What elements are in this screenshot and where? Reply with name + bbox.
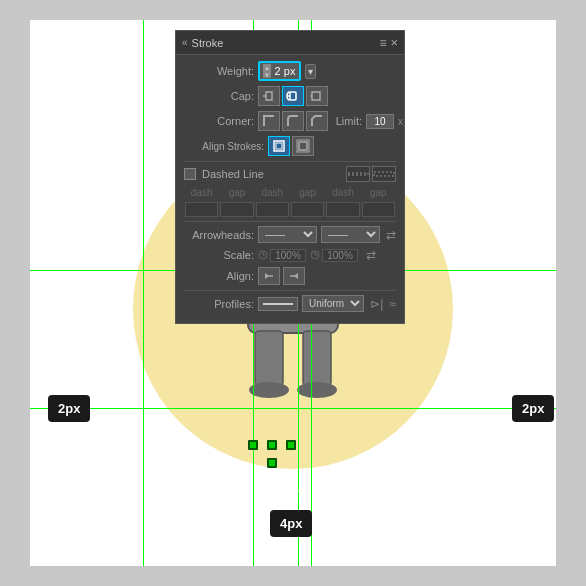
gap-input-3[interactable] (362, 202, 395, 217)
scale-label: Scale: (184, 249, 254, 261)
arrowhead-start-select[interactable]: —— (258, 226, 317, 243)
profiles-label: Profiles: (184, 298, 254, 310)
dash-label-1: dash (184, 187, 219, 198)
badge-right: 2px (512, 395, 554, 422)
gap-label-3: gap (361, 187, 396, 198)
scale-input-1[interactable] (270, 249, 306, 262)
panel-title: Stroke (192, 37, 224, 49)
gap-input-2[interactable] (291, 202, 324, 217)
divider-1 (184, 161, 396, 162)
weight-increment[interactable]: ▲ (263, 64, 271, 71)
bottom-arrow-left[interactable]: ↔ (240, 482, 254, 498)
align2-label: Align: (184, 270, 254, 282)
align2-right-btn[interactable] (283, 267, 305, 285)
svg-marker-29 (294, 273, 298, 279)
cap-row: Cap: (184, 86, 396, 106)
scale-input-2[interactable] (322, 249, 358, 262)
panel-menu-btn[interactable]: ≡ (379, 36, 386, 50)
align-outside-btn[interactable] (292, 136, 314, 156)
node-handle-2[interactable] (267, 440, 277, 450)
arrowhead-end-select[interactable]: —— (321, 226, 380, 243)
svg-rect-12 (266, 92, 272, 100)
svg-rect-7 (303, 331, 331, 386)
svg-rect-20 (299, 142, 307, 150)
align2-left-btn[interactable] (258, 267, 280, 285)
profile-line-display (258, 297, 298, 311)
dashed-checkbox[interactable] (184, 168, 196, 180)
profiles-row: Profiles: Uniform ⊳| ≈ (184, 295, 396, 312)
weight-row: Weight: ▲ ▼ 2 px ▾ (184, 61, 396, 81)
gap-label-2: gap (290, 187, 325, 198)
badge-bottom: 4px (270, 510, 312, 537)
svg-rect-16 (312, 92, 320, 100)
dash-pattern-2[interactable] (372, 166, 396, 182)
arrowheads-row: Arrowheads: —— —— ⇄ (184, 226, 396, 243)
panel-titlebar: « Stroke ≡ × (176, 31, 404, 55)
corner-btn-group (258, 111, 328, 131)
cap-butt-btn[interactable] (258, 86, 280, 106)
panel-close-btn[interactable]: × (390, 35, 398, 50)
corner-row: Corner: Limit: x (184, 111, 396, 131)
limit-x: x (398, 116, 403, 127)
dash-input-2[interactable] (256, 202, 289, 217)
corner-bevel-btn[interactable] (306, 111, 328, 131)
guide-h2 (30, 408, 556, 409)
weight-value: 2 px (274, 65, 296, 77)
limit-input[interactable] (366, 114, 394, 129)
profile-line-icon (263, 299, 293, 309)
cap-btn-group (258, 86, 328, 106)
node-handle-1[interactable] (248, 440, 258, 450)
svg-point-8 (249, 382, 289, 398)
svg-rect-23 (374, 172, 394, 176)
stroke-panel: « Stroke ≡ × Weight: ▲ ▼ 2 px ▾ Cap: (175, 30, 405, 324)
scale-spinner-2-icon (310, 250, 320, 260)
cap-round-btn[interactable] (282, 86, 304, 106)
node-handle-4[interactable] (267, 458, 277, 468)
cap-projecting-btn[interactable] (306, 86, 328, 106)
profile-select[interactable]: Uniform (302, 295, 364, 312)
bottom-arrow-right[interactable]: ↔ (288, 482, 302, 498)
dash-input-1[interactable] (185, 202, 218, 217)
svg-rect-22 (348, 173, 368, 175)
align2-row: Align: (184, 267, 396, 285)
dashed-label: Dashed Line (202, 168, 264, 180)
dashed-line-row: Dashed Line (184, 166, 396, 182)
svg-point-9 (297, 382, 337, 398)
guide-v1 (143, 20, 144, 566)
cap-label: Cap: (184, 90, 254, 102)
svg-marker-27 (265, 273, 269, 279)
weight-spinners: ▲ ▼ (263, 64, 271, 78)
dash-label-2: dash (255, 187, 290, 198)
node-handle-3[interactable] (286, 440, 296, 450)
profile-flip-v-btn[interactable]: ⊳| (370, 297, 383, 311)
corner-label: Corner: (184, 115, 254, 127)
weight-input-group: ▲ ▼ 2 px (258, 61, 301, 81)
limit-label: Limit: (332, 115, 362, 127)
profile-flip-h-btn[interactable]: ≈ (389, 297, 396, 311)
panel-collapse-btn[interactable]: « (182, 37, 188, 48)
dash-pattern-1[interactable] (346, 166, 370, 182)
divider-2 (184, 221, 396, 222)
svg-rect-14 (290, 92, 296, 100)
dash-input-3[interactable] (326, 202, 359, 217)
scale-link-btn[interactable]: ⇄ (366, 248, 376, 262)
dash-label-3: dash (325, 187, 360, 198)
badge-left: 2px (48, 395, 90, 422)
weight-dropdown[interactable]: ▾ (305, 64, 316, 79)
scale-spinner-1-icon (258, 250, 268, 260)
swap-arrows-btn[interactable]: ⇄ (386, 228, 396, 242)
weight-label: Weight: (184, 65, 254, 77)
svg-rect-6 (255, 331, 283, 386)
gap-input-1[interactable] (220, 202, 253, 217)
align-inside-btn[interactable] (268, 136, 290, 156)
align-strokes-row: Align Strokes: (184, 136, 396, 156)
dash-gap-inputs (184, 202, 396, 217)
align-label: Align Strokes: (184, 141, 264, 152)
gap-label-1: gap (219, 187, 254, 198)
arrowheads-label: Arrowheads: (184, 229, 254, 241)
corner-round-btn[interactable] (282, 111, 304, 131)
weight-decrement[interactable]: ▼ (263, 71, 271, 78)
svg-rect-19 (276, 143, 282, 149)
corner-miter-btn[interactable] (258, 111, 280, 131)
divider-3 (184, 290, 396, 291)
